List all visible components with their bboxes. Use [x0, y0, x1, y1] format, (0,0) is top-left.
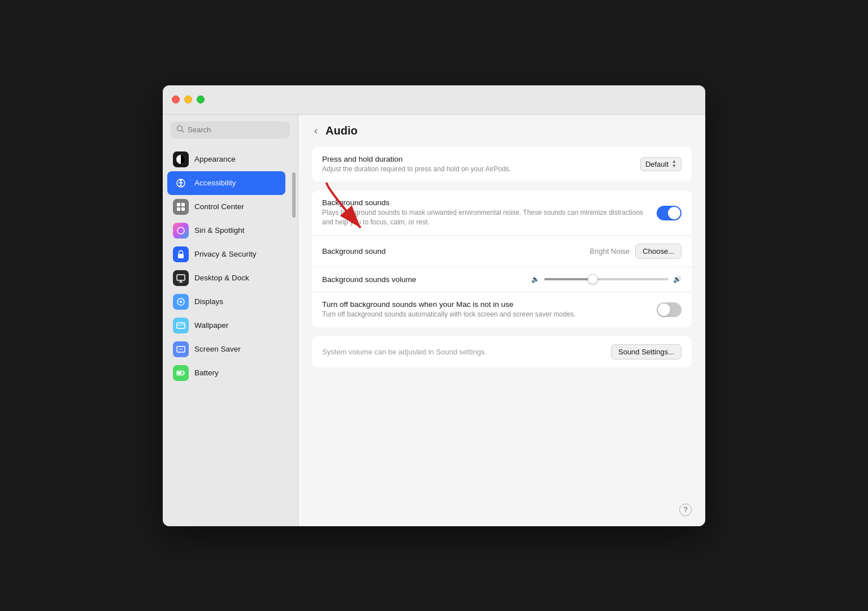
svg-point-19 [180, 301, 182, 303]
privacy-icon [173, 246, 189, 262]
sidebar-item-screensaver[interactable]: Screen Saver [167, 337, 285, 361]
sidebar-item-desktop[interactable]: Desktop & Dock [167, 266, 285, 290]
sidebar-item-siri[interactable]: Siri & Spotlight [167, 219, 285, 242]
background-sounds-label-group: Background sounds Plays background sound… [322, 198, 648, 227]
search-container [163, 115, 298, 145]
battery-label: Battery [194, 369, 219, 377]
accessibility-icon [173, 175, 189, 191]
desktop-icon [173, 270, 189, 286]
sidebar-item-displays[interactable]: Displays [167, 290, 285, 314]
volume-low-icon: 🔈 [531, 275, 540, 283]
close-button[interactable] [172, 96, 180, 103]
press-hold-row: Press and hold duration Adjust the durat… [312, 147, 692, 182]
sound-value-label: Bright Noise [590, 247, 630, 255]
background-sounds-desc: Plays background sounds to mask unwanted… [322, 208, 648, 227]
background-sounds-toggle[interactable] [657, 206, 682, 220]
control-center-label: Control Center [194, 202, 244, 211]
battery-icon [173, 365, 189, 381]
turn-off-toggle-thumb [658, 304, 670, 316]
sound-note-label-group: System volume can be adjusted in Sound s… [322, 346, 602, 357]
desktop-label: Desktop & Dock [194, 274, 249, 282]
sidebar-scrollbar[interactable] [292, 150, 296, 522]
background-sounds-section: Background sounds Plays background sound… [312, 190, 692, 327]
search-icon [176, 125, 184, 135]
background-sounds-volume-label-group: Background sounds volume [322, 275, 522, 284]
press-hold-label-group: Press and hold duration Adjust the durat… [322, 155, 631, 174]
background-sound-control: Bright Noise Choose... [590, 244, 682, 259]
turn-off-background-row: Turn off background sounds when your Mac… [312, 292, 692, 327]
press-hold-value: Default [645, 160, 669, 168]
svg-line-1 [182, 130, 184, 132]
displays-icon [173, 294, 189, 310]
search-input[interactable] [188, 125, 284, 134]
sidebar-item-wallpaper[interactable]: Wallpaper [167, 314, 285, 337]
svg-rect-23 [184, 372, 185, 374]
svg-rect-21 [177, 346, 185, 352]
minimize-button[interactable] [184, 96, 192, 103]
press-hold-stepper[interactable]: Default ▲ ▼ [640, 157, 682, 172]
press-hold-desc: Adjust the duration required to press an… [322, 164, 631, 174]
siri-icon [173, 223, 189, 239]
turn-off-desc: Turn off background sounds automatically… [322, 310, 648, 319]
displays-label: Displays [194, 297, 223, 306]
sidebar-item-control-center[interactable]: Control Center [167, 195, 285, 219]
accessibility-label: Accessibility [194, 179, 236, 187]
background-sound-label-group: Background sound [322, 247, 581, 255]
press-hold-control[interactable]: Default ▲ ▼ [640, 157, 682, 172]
appearance-icon [173, 151, 189, 167]
main-body: Press and hold duration Adjust the durat… [298, 142, 705, 526]
page-title: Audio [326, 124, 358, 137]
maximize-button[interactable] [197, 96, 205, 103]
svg-rect-24 [178, 372, 182, 374]
background-sounds-control[interactable] [657, 206, 682, 220]
svg-rect-14 [178, 254, 184, 258]
main-content-wrapper: ‹ Audio Press and hold duration Adjust t… [298, 115, 705, 526]
main-header: ‹ Audio [298, 115, 705, 142]
volume-high-icon: 🔊 [673, 275, 682, 283]
background-sounds-row: Background sounds Plays background sound… [312, 190, 692, 236]
background-sounds-volume-label: Background sounds volume [322, 275, 522, 284]
siri-label: Siri & Spotlight [194, 226, 245, 235]
sound-settings-button[interactable]: Sound Settings... [611, 344, 682, 359]
turn-off-control[interactable] [657, 302, 682, 317]
stepper-down-icon: ▼ [672, 164, 676, 169]
control-center-icon [173, 199, 189, 215]
sidebar: AppearanceAccessibilityControl CenterSir… [163, 115, 298, 526]
sidebar-item-privacy[interactable]: Privacy & Security [167, 242, 285, 266]
volume-slider-control[interactable]: 🔈 🔊 [531, 275, 682, 283]
sound-note-section: System volume can be adjusted in Sound s… [312, 336, 692, 367]
toggle-thumb [668, 207, 680, 219]
turn-off-label: Turn off background sounds when your Mac… [322, 300, 648, 309]
background-sound-label: Background sound [322, 247, 581, 255]
privacy-label: Privacy & Security [194, 250, 257, 258]
svg-rect-12 [181, 207, 185, 211]
screensaver-icon [173, 341, 189, 357]
sidebar-item-accessibility[interactable]: Accessibility [167, 171, 285, 195]
svg-rect-15 [177, 275, 185, 280]
turn-off-label-group: Turn off background sounds when your Mac… [322, 300, 648, 319]
turn-off-toggle[interactable] [657, 302, 682, 317]
main-content: ‹ Audio Press and hold duration Adjust t… [298, 115, 705, 526]
press-hold-label: Press and hold duration [322, 155, 631, 163]
background-sounds-volume-row: Background sounds volume 🔈 🔊 [312, 267, 692, 292]
choose-button[interactable]: Choose... [635, 244, 682, 259]
wallpaper-label: Wallpaper [194, 321, 228, 330]
svg-line-8 [181, 185, 183, 187]
sidebar-item-appearance[interactable]: Appearance [167, 148, 285, 171]
background-sounds-label: Background sounds [322, 198, 648, 207]
sound-settings-control[interactable]: Sound Settings... [611, 344, 682, 359]
sidebar-item-battery[interactable]: Battery [167, 361, 285, 385]
svg-rect-10 [181, 203, 185, 206]
svg-point-13 [177, 227, 184, 234]
svg-rect-9 [177, 203, 180, 206]
sidebar-items-list: AppearanceAccessibilityControl CenterSir… [163, 145, 290, 526]
background-sound-row: Background sound Bright Noise Choose... [312, 236, 692, 267]
volume-slider[interactable] [544, 278, 669, 280]
wallpaper-icon [173, 318, 189, 333]
traffic-lights [172, 96, 205, 103]
search-box[interactable] [171, 122, 290, 138]
screensaver-label: Screen Saver [194, 345, 241, 353]
back-button[interactable]: ‹ [312, 124, 320, 138]
appearance-label: Appearance [194, 155, 236, 163]
help-button[interactable]: ? [679, 504, 692, 516]
